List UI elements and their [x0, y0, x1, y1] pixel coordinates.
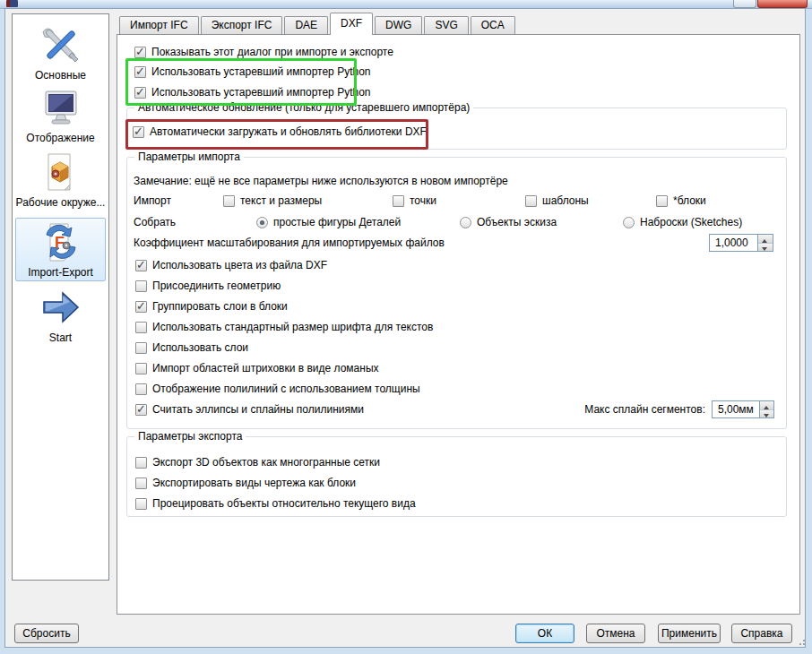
checkbox-box — [135, 280, 147, 292]
sidebar-item-workbenches[interactable]: Рабочие окруже... — [13, 151, 108, 209]
radio-sketches[interactable]: Наброски (Sketches) — [623, 215, 742, 229]
tab-dae[interactable]: DAE — [284, 16, 328, 34]
spin-up-icon[interactable] — [758, 235, 773, 244]
checkbox-label: Присоединить геометрию — [152, 280, 281, 292]
checkbox-label: Использовать устаревший импортер Python — [151, 86, 371, 99]
checkbox-show-dialog[interactable]: Показывать этот диалог при импорте и экс… — [134, 45, 393, 59]
tab-dwg[interactable]: DWG — [375, 16, 422, 34]
checkbox-label: Использовать устаревший импортер Python — [151, 65, 371, 78]
scale-factor-spinbox[interactable]: 1,0000 — [709, 234, 773, 252]
radio-circle — [460, 217, 471, 228]
checkbox-label: Импорт областей штриховки в виде ломаных — [152, 362, 379, 374]
checkbox-box — [134, 66, 146, 78]
resize-grip-icon[interactable] — [796, 636, 805, 645]
checkbox-label: Экспорт 3D объектов как многогранные сет… — [152, 456, 380, 469]
maximize-button[interactable] — [733, 0, 756, 8]
checkbox-blocks[interactable]: *блоки — [656, 194, 706, 208]
checkbox-use-layers[interactable]: Использовать слои — [135, 340, 248, 355]
checkbox-label: Показывать этот диалог при импорте и экс… — [151, 46, 393, 58]
checkbox-points[interactable]: точки — [393, 194, 436, 208]
ok-button[interactable]: ОК — [515, 624, 574, 643]
spin-down-icon[interactable] — [760, 410, 773, 418]
checkbox-import-hatch-as-polylines[interactable]: Импорт областей штриховки в виде ломаных — [135, 361, 379, 375]
sidebar-item-import-export[interactable]: F Import-Export — [15, 218, 106, 281]
radio-circle — [623, 217, 635, 228]
sidebar-item-start[interactable]: Start — [13, 286, 108, 344]
group-title: Автоматическое обновление (только для ус… — [134, 101, 473, 114]
tab-export-ifc[interactable]: Экспорт IFC — [201, 16, 283, 34]
checkbox-label: текст и размеры — [240, 194, 322, 207]
checkbox-label: Использовать слои — [152, 341, 248, 354]
checkbox-legacy-python-importer-2[interactable]: Использовать устаревший импортер Python — [134, 85, 371, 99]
checkbox-box — [134, 87, 146, 99]
tab-import-ifc[interactable]: Импорт IFC — [119, 16, 199, 34]
checkbox-box — [134, 47, 146, 58]
checkbox-export-3d-as-mesh[interactable]: Экспорт 3D объектов как многогранные сет… — [135, 455, 380, 469]
checkbox-label: Отображение полилиний с использованием т… — [152, 383, 420, 395]
checkbox-box — [135, 498, 147, 510]
format-tab-bar: Импорт IFC Экспорт IFC DAE DXF DWG SVG O… — [119, 13, 517, 34]
sidebar-item-display[interactable]: Отображение — [13, 86, 108, 144]
radio-label: простые фигуры Деталей — [273, 216, 401, 228]
checkbox-layouts[interactable]: шаблоны — [525, 194, 589, 208]
tab-svg[interactable]: SVG — [424, 16, 468, 34]
close-button[interactable] — [757, 0, 808, 8]
tab-oca[interactable]: OCA — [471, 16, 515, 34]
checkbox-label: точки — [410, 194, 436, 207]
checkbox-standard-font-size[interactable]: Использовать стандартный размер шрифта д… — [135, 320, 433, 334]
spin-down-icon[interactable] — [758, 244, 773, 252]
group-title: Параметры экспорта — [134, 430, 246, 443]
checkbox-label: Проецировать объекты относительно текуще… — [152, 497, 416, 510]
help-button[interactable]: Справка — [731, 624, 792, 643]
checkbox-box — [135, 404, 147, 416]
checkbox-use-dxf-colors[interactable]: Использовать цвета из файла DXF — [135, 258, 327, 272]
checkbox-texts-dimensions[interactable]: текст и размеры — [223, 194, 322, 208]
checkbox-project-objects-to-current-view[interactable]: Проецировать объекты относительно текуще… — [135, 496, 416, 511]
checkbox-label: Группировать слои в блоки — [152, 300, 288, 313]
reset-button[interactable]: Сбросить — [14, 624, 79, 643]
spinbox-value[interactable]: 1,0000 — [710, 235, 757, 251]
scale-factor-label: Коэффициент масштабирования для импортир… — [134, 236, 445, 250]
gather-row-label: Собрать — [134, 215, 176, 229]
svg-text:F: F — [55, 234, 65, 252]
checkbox-label: Использовать стандартный размер шрифта д… — [152, 321, 433, 333]
radio-draft-objects[interactable]: Объекты эскиза — [460, 215, 557, 229]
checkbox-export-drawing-views-as-blocks[interactable]: Экспортировать виды чертежа как блоки — [135, 476, 356, 490]
dxf-settings-panel: Показывать этот диалог при импорте и экс… — [117, 34, 800, 615]
workbench-icon — [39, 151, 82, 194]
radio-circle — [256, 217, 268, 228]
checkbox-box — [656, 195, 668, 207]
checkbox-auto-download-libraries[interactable]: Автоматически загружать и обновлять библ… — [133, 125, 427, 139]
max-spline-segment-spinbox[interactable]: 5,00мм — [712, 400, 774, 418]
radio-simple-part-shapes[interactable]: простые фигуры Деталей — [256, 215, 401, 229]
checkbox-group-layers-into-blocks[interactable]: Группировать слои в блоки — [135, 299, 288, 314]
tab-dxf[interactable]: DXF — [330, 13, 373, 35]
settings-category-list: Основные Отображение Рабочие окруже... — [12, 13, 109, 581]
checkbox-box — [135, 342, 147, 354]
checkbox-treat-ellipses-splines-as-polylines[interactable]: Считать эллипсы и сплайны полилиниями — [135, 402, 364, 417]
sidebar-item-label: Рабочие окруже... — [16, 196, 106, 209]
checkbox-render-polylines-with-width[interactable]: Отображение полилиний с использованием т… — [135, 382, 420, 396]
import-row-label: Импорт — [134, 194, 171, 208]
checkbox-box — [133, 126, 144, 138]
preferences-window: { "titlebar": { "minimize_label": "", "c… — [0, 0, 812, 654]
checkbox-box — [135, 322, 147, 333]
spinbox-value[interactable]: 5,00мм — [713, 401, 759, 417]
sidebar-item-label: Отображение — [26, 132, 94, 144]
checkbox-box — [223, 195, 235, 207]
checkbox-label: *блоки — [673, 194, 706, 207]
checkbox-join-geometry[interactable]: Присоединить геометрию — [135, 279, 281, 293]
apply-button[interactable]: Применить — [658, 624, 721, 643]
checkbox-box — [135, 260, 147, 271]
sidebar-item-general[interactable]: Основные — [13, 23, 108, 82]
group-title: Параметры импорта — [134, 151, 244, 163]
checkbox-box — [135, 301, 147, 313]
checkbox-label: шаблоны — [542, 194, 589, 207]
checkbox-box — [135, 478, 147, 489]
spinbox-arrows — [759, 401, 773, 417]
checkbox-legacy-python-importer-1[interactable]: Использовать устаревший импортер Python — [134, 65, 371, 79]
tools-icon — [39, 23, 82, 66]
cancel-button[interactable]: Отмена — [586, 624, 645, 643]
spin-up-icon[interactable] — [760, 401, 773, 410]
checkbox-label: Автоматически загружать и обновлять библ… — [150, 125, 427, 138]
